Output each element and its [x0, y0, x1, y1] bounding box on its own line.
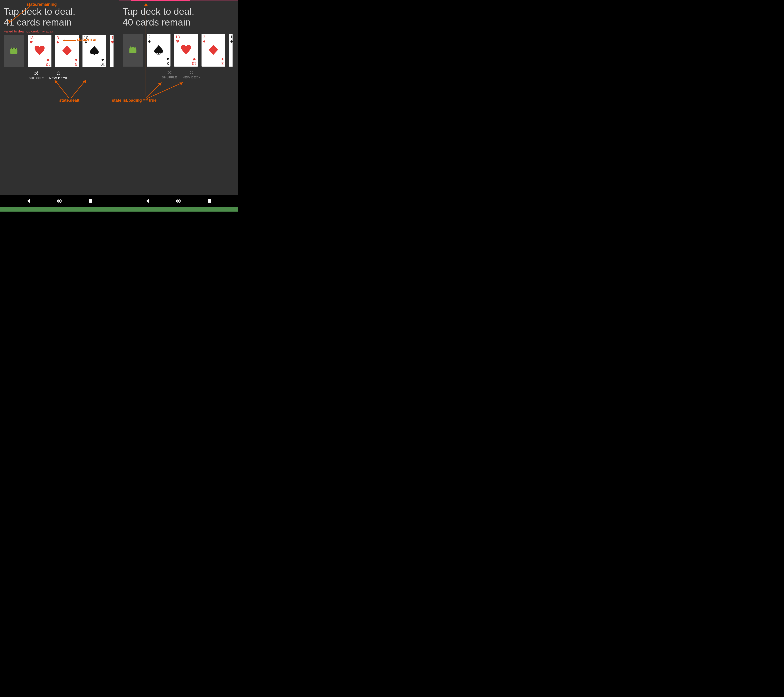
card-suit-icon: [62, 45, 72, 57]
svg-marker-18: [180, 82, 183, 86]
page-title: Tap deck to deal. 40 cards remain: [123, 6, 234, 28]
svg-line-9: [55, 80, 69, 98]
android-icon: [9, 46, 19, 56]
card-rank-bottom: 13: [46, 58, 50, 66]
page-title: Tap deck to deal. 41 cards remain: [4, 6, 115, 28]
shuffle-button[interactable]: SHUFFLE: [162, 70, 177, 79]
card-rank-top: 10: [84, 36, 88, 44]
newdeck-label: NEW DECK: [183, 76, 201, 79]
dealt-cards-row: 2 2 13 13 3 3: [123, 34, 238, 67]
playing-card: 3 3: [201, 34, 225, 67]
android-icon: [128, 46, 138, 55]
anno-arrow: [145, 81, 186, 99]
card-rank-top: 3: [203, 35, 206, 43]
playing-card: 10 10: [82, 35, 106, 68]
peek-card: 1 1: [110, 35, 114, 68]
card-rank-bottom: 13: [192, 57, 196, 66]
playing-card: 2 2: [147, 34, 170, 67]
svg-marker-14: [144, 3, 148, 6]
anno-dealt: state.dealt: [59, 98, 79, 103]
card-suit-icon: [34, 45, 45, 57]
newdeck-button[interactable]: NEW DECK: [49, 71, 68, 80]
card-rank-bottom: 2: [166, 57, 169, 66]
title-line2: 40 cards remain: [123, 17, 191, 28]
title-line1: Tap deck to deal.: [123, 6, 194, 17]
svg-line-17: [147, 82, 183, 99]
dealt-cards-row: 13 13 3 3 10 10: [4, 35, 119, 68]
card-rank-bottom: 3: [221, 57, 224, 66]
footer-strip: [0, 207, 238, 212]
actions-row: SHUFFLE NEW DECK: [162, 70, 238, 79]
title-line1: Tap deck to deal.: [4, 6, 75, 17]
newdeck-button[interactable]: NEW DECK: [183, 70, 201, 79]
card-rank-top: 13: [175, 35, 180, 43]
nav-back[interactable]: [145, 198, 150, 204]
svg-line-11: [71, 80, 86, 98]
nav-recent[interactable]: [207, 198, 212, 204]
system-navbar: [0, 195, 238, 207]
screen-right: Tap deck to deal. 40 cards remain 2 2 13: [119, 0, 238, 195]
svg-point-20: [58, 200, 61, 202]
deck-back[interactable]: [123, 34, 143, 67]
svg-point-23: [177, 200, 180, 202]
card-suit-icon: [181, 44, 191, 56]
nav-back[interactable]: [26, 198, 31, 204]
progress-bar: [119, 0, 238, 1]
nav-home[interactable]: [176, 198, 181, 204]
error-text: Failed to deal top card. Try again: [4, 30, 115, 33]
title-line2: 41 cards remain: [4, 17, 72, 28]
card-rank-bottom: 10: [100, 58, 105, 66]
nav-recent[interactable]: [88, 198, 93, 204]
newdeck-label: NEW DECK: [49, 76, 68, 80]
refresh-icon: [56, 71, 61, 76]
shuffle-button[interactable]: SHUFFLE: [29, 71, 44, 80]
shuffle-icon: [34, 71, 39, 76]
card-rank-bottom: 3: [75, 58, 77, 66]
card-suit-icon: [153, 44, 164, 56]
shuffle-icon: [167, 70, 172, 75]
playing-card: 1 1: [110, 35, 114, 68]
playing-card: 1 1: [229, 34, 232, 67]
shuffle-label: SHUFFLE: [162, 76, 177, 79]
svg-rect-24: [208, 199, 211, 203]
card-rank-top: 3: [56, 36, 59, 44]
playing-card: 13 13: [174, 34, 198, 67]
card-rank-top: 1: [111, 36, 114, 44]
card-suit-icon: [89, 45, 100, 57]
screen-left: Tap deck to deal. 41 cards remain Failed…: [0, 0, 119, 195]
nav-home[interactable]: [57, 198, 62, 204]
peek-card: 1 1: [229, 34, 232, 67]
svg-line-15: [146, 82, 161, 99]
actions-row: SHUFFLE NEW DECK: [29, 71, 119, 80]
anno-arrow: [53, 79, 94, 100]
card-rank-top: 2: [148, 35, 151, 43]
refresh-icon: [189, 70, 194, 75]
shuffle-label: SHUFFLE: [29, 76, 44, 80]
svg-marker-16: [158, 82, 161, 86]
svg-marker-12: [83, 80, 86, 83]
card-rank-top: 1: [230, 35, 232, 43]
playing-card: 13 13: [28, 35, 51, 68]
playing-card: 3 3: [55, 35, 79, 68]
svg-rect-21: [89, 199, 92, 203]
card-rank-top: 13: [29, 36, 33, 44]
card-suit-icon: [208, 44, 219, 56]
deck-back[interactable]: [4, 35, 24, 68]
svg-marker-10: [55, 80, 58, 83]
